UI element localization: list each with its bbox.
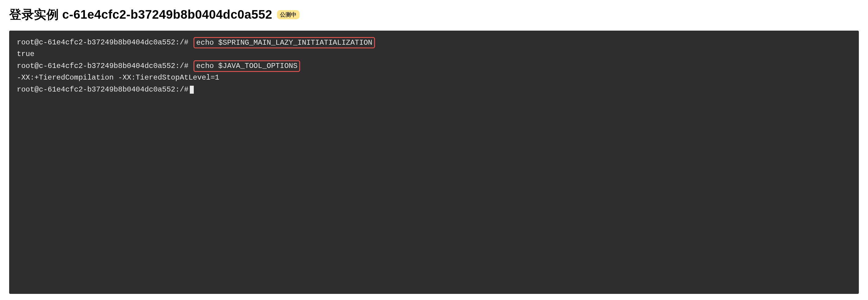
terminal-line: true xyxy=(17,48,851,60)
terminal-line: root@c-61e4cfc2-b37249b8b0404dc0a552:/# … xyxy=(17,37,851,48)
terminal-line: root@c-61e4cfc2-b37249b8b0404dc0a552:/# xyxy=(17,84,851,96)
terminal[interactable]: root@c-61e4cfc2-b37249b8b0404dc0a552:/# … xyxy=(9,31,859,294)
terminal-prompt: root@c-61e4cfc2-b37249b8b0404dc0a552:/# xyxy=(17,84,189,96)
terminal-output: true xyxy=(17,48,34,60)
terminal-command-highlighted: echo $JAVA_TOOL_OPTIONS xyxy=(193,60,300,72)
page-header: 登录实例 c-61e4cfc2-b37249b8b0404dc0a552 公测中 xyxy=(0,0,868,31)
page-title: 登录实例 c-61e4cfc2-b37249b8b0404dc0a552 xyxy=(9,6,272,23)
terminal-cursor xyxy=(190,86,194,94)
beta-badge: 公测中 xyxy=(277,10,300,19)
terminal-line: root@c-61e4cfc2-b37249b8b0404dc0a552:/# … xyxy=(17,60,851,72)
terminal-output: -XX:+TieredCompilation -XX:TieredStopAtL… xyxy=(17,72,219,84)
terminal-prompt: root@c-61e4cfc2-b37249b8b0404dc0a552:/# xyxy=(17,37,189,48)
terminal-line: -XX:+TieredCompilation -XX:TieredStopAtL… xyxy=(17,72,851,84)
terminal-command-highlighted: echo $SPRING_MAIN_LAZY_INITIATIALIZATION xyxy=(193,37,375,48)
terminal-prompt: root@c-61e4cfc2-b37249b8b0404dc0a552:/# xyxy=(17,60,189,72)
